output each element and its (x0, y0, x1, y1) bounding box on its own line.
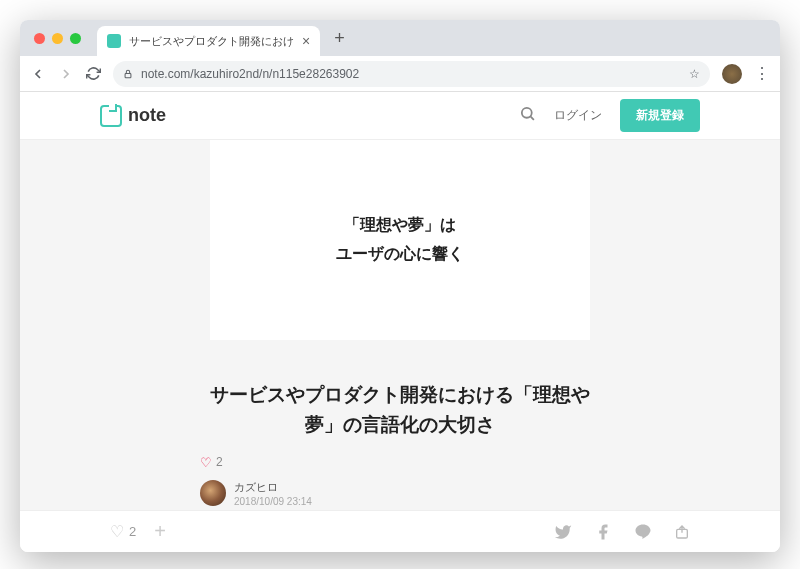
forward-button[interactable] (58, 66, 74, 82)
browser-menu-icon[interactable]: ⋮ (754, 64, 770, 83)
like-count: 2 (216, 455, 223, 469)
like-row[interactable]: ♡ 2 (200, 455, 600, 470)
site-header: note ログイン 新規登録 (20, 92, 780, 140)
hero-line-2: ユーザの心に響く (336, 240, 464, 269)
bookmark-star-icon[interactable]: ☆ (689, 67, 700, 81)
share-icon[interactable] (674, 524, 690, 540)
login-link[interactable]: ログイン (554, 107, 602, 124)
svg-point-1 (522, 108, 532, 118)
add-button[interactable]: + (154, 520, 166, 543)
browser-window: サービスやプロダクト開発におけ × + note.com/kazuhiro2nd… (20, 20, 780, 552)
minimize-window-button[interactable] (52, 33, 63, 44)
svg-rect-0 (125, 73, 131, 77)
bottom-like-count: 2 (129, 524, 136, 539)
reload-button[interactable] (86, 66, 101, 81)
bottom-action-bar: ♡ 2 + (20, 510, 780, 552)
site-logo[interactable]: note (100, 105, 166, 127)
author-avatar (200, 480, 226, 506)
header-actions: ログイン 新規登録 (519, 99, 700, 132)
tab-title: サービスやプロダクト開発におけ (129, 34, 294, 49)
profile-avatar[interactable] (722, 64, 742, 84)
browser-titlebar: サービスやプロダクト開発におけ × + (20, 20, 780, 56)
article-title: サービスやプロダクト開発における「理想や夢」の言語化の大切さ (200, 380, 600, 441)
tab-close-icon[interactable]: × (302, 33, 310, 49)
traffic-lights (28, 33, 81, 44)
twitter-icon[interactable] (554, 523, 572, 541)
maximize-window-button[interactable] (70, 33, 81, 44)
page-content: note ログイン 新規登録 「理想や夢」は ユーザの心に響く サービスやプロダ… (20, 92, 780, 552)
facebook-icon[interactable] (594, 523, 612, 541)
close-window-button[interactable] (34, 33, 45, 44)
signup-button[interactable]: 新規登録 (620, 99, 700, 132)
lock-icon (123, 68, 133, 80)
svg-line-2 (531, 117, 534, 120)
browser-tab[interactable]: サービスやプロダクト開発におけ × (97, 26, 320, 56)
heart-icon: ♡ (200, 455, 212, 470)
hero-image: 「理想や夢」は ユーザの心に響く (210, 140, 590, 340)
heart-outline-icon: ♡ (110, 522, 124, 541)
author-info: カズヒロ 2018/10/09 23:14 (234, 480, 312, 507)
url-text: note.com/kazuhiro2nd/n/n115e28263902 (141, 67, 681, 81)
hero-line-1: 「理想や夢」は (344, 211, 456, 240)
search-icon[interactable] (519, 105, 536, 126)
like-button[interactable]: ♡ 2 (110, 522, 136, 541)
new-tab-button[interactable]: + (326, 28, 353, 49)
author-name: カズヒロ (234, 480, 312, 495)
author-row[interactable]: カズヒロ 2018/10/09 23:14 (200, 480, 600, 507)
address-bar[interactable]: note.com/kazuhiro2nd/n/n115e28263902 ☆ (113, 61, 710, 87)
browser-toolbar: note.com/kazuhiro2nd/n/n115e28263902 ☆ ⋮ (20, 56, 780, 92)
logo-text: note (128, 105, 166, 126)
logo-icon (100, 105, 122, 127)
line-icon[interactable] (634, 523, 652, 541)
back-button[interactable] (30, 66, 46, 82)
article-date: 2018/10/09 23:14 (234, 496, 312, 507)
tab-favicon (107, 34, 121, 48)
